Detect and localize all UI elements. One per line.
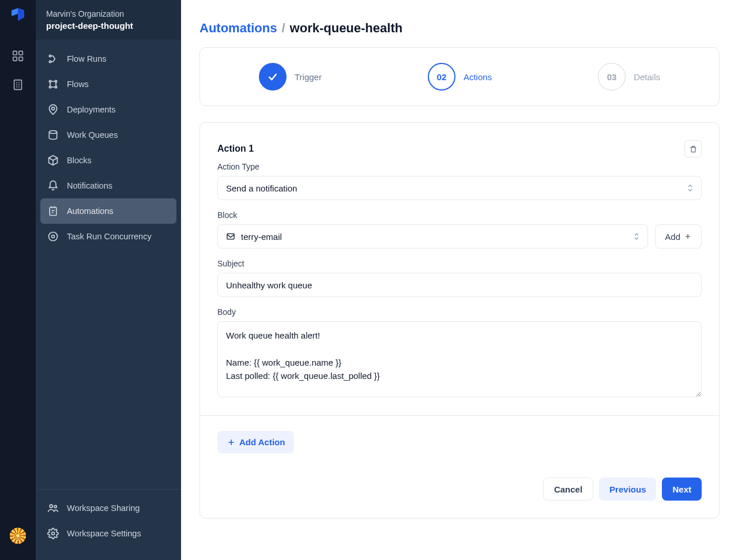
block-value: terry-email: [241, 232, 282, 242]
sidebar-item-notifications[interactable]: Notifications: [40, 173, 176, 198]
workspaces-icon[interactable]: [12, 50, 24, 62]
sidebar-item-workspace-sharing[interactable]: Workspace Sharing: [40, 495, 176, 521]
automations-icon: [47, 205, 59, 217]
plus-icon: [684, 232, 692, 240]
add-action-label: Add Action: [239, 437, 285, 447]
chevron-up-down-icon: [687, 184, 693, 192]
add-block-button[interactable]: Add: [655, 224, 702, 249]
svg-point-20: [49, 232, 58, 241]
action-title: Action 1: [217, 144, 254, 154]
user-avatar[interactable]: [10, 528, 26, 544]
organization-name: Marvin's Organization: [46, 9, 171, 18]
flows-icon: [47, 78, 59, 90]
action-form-card: Action 1 Action Type Send a notification: [199, 122, 720, 518]
sidebar-item-automations[interactable]: Automations: [40, 198, 176, 224]
svg-rect-4: [14, 80, 22, 90]
step-actions[interactable]: 02 Actions: [428, 63, 492, 91]
blocks-icon: [47, 155, 59, 166]
previous-button[interactable]: Previous: [599, 478, 656, 501]
sidebar-item-label: Deployments: [67, 105, 116, 114]
sidebar-item-label: Blocks: [67, 156, 92, 165]
plus-icon: [227, 438, 236, 447]
sidebar-header[interactable]: Marvin's Organization project-deep-thoug…: [36, 0, 181, 40]
sidebar-item-label: Workspace Sharing: [67, 503, 140, 513]
sidebar-item-label: Workspace Settings: [67, 529, 141, 538]
block-select[interactable]: terry-email: [217, 224, 648, 249]
sidebar: Marvin's Organization project-deep-thoug…: [36, 0, 181, 560]
svg-point-15: [49, 86, 51, 88]
sidebar-item-label: Work Queues: [67, 130, 118, 140]
svg-point-16: [55, 86, 57, 88]
svg-point-11: [49, 55, 51, 57]
sidebar-item-deployments[interactable]: Deployments: [40, 97, 176, 122]
sidebar-nav: Flow Runs Flows Deployments: [36, 40, 181, 489]
svg-rect-0: [13, 51, 17, 55]
svg-rect-3: [19, 57, 22, 61]
check-icon: [259, 63, 287, 91]
step-number: 02: [428, 63, 455, 91]
flow-runs-icon: [47, 53, 59, 65]
step-label: Trigger: [295, 72, 322, 82]
svg-point-18: [49, 131, 57, 134]
step-number: 03: [598, 63, 626, 91]
svg-rect-25: [227, 234, 234, 239]
svg-rect-19: [50, 207, 57, 215]
deployments-icon: [47, 104, 59, 115]
action-type-label: Action Type: [217, 162, 702, 171]
icon-rail: [0, 0, 36, 560]
cancel-button[interactable]: Cancel: [543, 478, 593, 501]
sidebar-item-flow-runs[interactable]: Flow Runs: [40, 46, 176, 72]
breadcrumb-root[interactable]: Automations: [199, 21, 277, 36]
step-label: Actions: [464, 72, 492, 82]
svg-point-24: [52, 532, 55, 535]
organization-icon[interactable]: [12, 78, 24, 91]
add-action-button[interactable]: Add Action: [217, 431, 294, 453]
sidebar-item-label: Flow Runs: [67, 54, 107, 63]
sidebar-item-work-queues[interactable]: Work Queues: [40, 122, 176, 148]
body-label: Body: [217, 307, 702, 317]
settings-icon: [47, 528, 59, 539]
sidebar-item-label: Task Run Concurrency: [67, 232, 152, 241]
breadcrumb-separator: /: [281, 21, 285, 36]
svg-point-23: [54, 505, 57, 508]
main: Automations / work-queue-health Trigger …: [181, 0, 738, 560]
breadcrumb-current: work-queue-health: [290, 21, 403, 36]
sidebar-footer: Workspace Sharing Workspace Settings: [36, 489, 181, 560]
svg-point-17: [52, 107, 55, 110]
subject-label: Subject: [217, 259, 702, 268]
svg-point-21: [52, 235, 55, 238]
sharing-icon: [47, 502, 59, 514]
app-logo[interactable]: [9, 8, 27, 29]
body-textarea[interactable]: [217, 321, 702, 397]
sidebar-item-label: Flows: [67, 80, 89, 89]
concurrency-icon: [47, 231, 59, 242]
chevron-up-down-icon: [634, 232, 639, 240]
svg-point-12: [49, 61, 51, 62]
step-trigger[interactable]: Trigger: [259, 63, 322, 91]
action-type-value: Send a notification: [226, 183, 297, 193]
mail-icon: [226, 232, 235, 241]
action-type-select[interactable]: Send a notification: [217, 176, 702, 200]
next-button[interactable]: Next: [662, 478, 702, 501]
step-label: Details: [634, 72, 660, 82]
svg-point-13: [49, 80, 51, 82]
svg-rect-1: [19, 51, 22, 55]
svg-point-14: [55, 80, 57, 82]
svg-rect-2: [13, 57, 17, 61]
sidebar-item-workspace-settings[interactable]: Workspace Settings: [40, 521, 176, 546]
sidebar-item-blocks[interactable]: Blocks: [40, 148, 176, 173]
subject-input[interactable]: [217, 273, 702, 297]
notifications-icon: [47, 180, 59, 191]
breadcrumb: Automations / work-queue-health: [199, 21, 720, 36]
sidebar-item-flows[interactable]: Flows: [40, 72, 176, 97]
step-details[interactable]: 03 Details: [598, 63, 660, 91]
wizard-steps-card: Trigger 02 Actions 03 Details: [199, 47, 720, 106]
svg-point-22: [50, 505, 52, 508]
sidebar-item-label: Automations: [67, 206, 114, 216]
add-block-label: Add: [665, 232, 680, 242]
sidebar-item-task-run-concurrency[interactable]: Task Run Concurrency: [40, 224, 176, 249]
delete-action-button[interactable]: [684, 140, 702, 157]
block-label: Block: [217, 211, 702, 220]
work-queues-icon: [47, 129, 59, 141]
sidebar-item-label: Notifications: [67, 181, 112, 190]
